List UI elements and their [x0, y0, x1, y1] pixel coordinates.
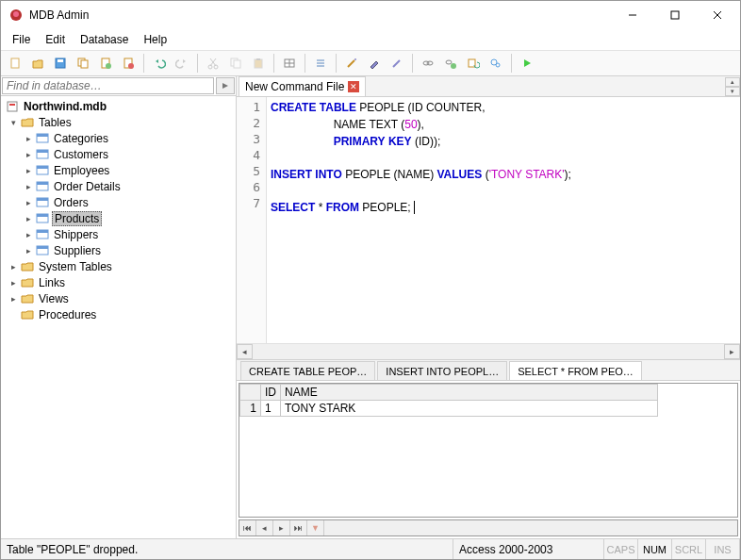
table-icon	[35, 243, 50, 258]
tree-views[interactable]: ▸Views	[1, 290, 236, 306]
search-input[interactable]	[2, 77, 214, 94]
expand-icon[interactable]: ▸	[7, 262, 20, 272]
tree-table-item[interactable]: ▸Categories	[1, 130, 236, 146]
tree-table-item[interactable]: ▸Products	[1, 210, 236, 226]
results-pane: CREATE TABLE PEOP… INSERT INTO PEOPL… SE…	[237, 359, 740, 538]
open-icon[interactable]	[27, 53, 48, 74]
tab-scroll[interactable]: ▴▾	[725, 77, 740, 96]
editor-tabbar: New Command File ✕ ▴▾	[237, 76, 740, 97]
tree-db-root[interactable]: Northwind.mdb	[1, 98, 236, 114]
wand-icon[interactable]	[341, 53, 362, 74]
table-icon	[35, 131, 50, 146]
redo-icon[interactable]	[172, 53, 192, 74]
svg-point-28	[354, 58, 356, 60]
expand-icon[interactable]: ▸	[22, 214, 35, 223]
run-icon[interactable]	[517, 53, 537, 74]
expand-icon[interactable]: ▸	[22, 198, 35, 207]
folder-icon	[20, 291, 35, 306]
code-area[interactable]: CREATE TABLE PEOPLE (ID COUNTER, NAME TE…	[267, 97, 740, 343]
col-id[interactable]: ID	[261, 385, 281, 401]
result-tab-insert[interactable]: INSERT INTO PEOPL…	[377, 361, 507, 380]
close-button[interactable]	[696, 2, 738, 28]
status-bar: Table "PEOPLE" dropped. Access 2000-2003…	[1, 538, 740, 559]
menu-help[interactable]: Help	[138, 31, 173, 48]
tree-table-item[interactable]: ▸Employees	[1, 162, 236, 178]
gears-icon[interactable]	[486, 53, 506, 74]
link-icon[interactable]	[418, 53, 438, 74]
svg-point-31	[427, 61, 433, 65]
svg-rect-42	[37, 150, 48, 153]
sql-editor[interactable]: 1234567 CREATE TABLE PEOPLE (ID COUNTER,…	[237, 97, 740, 343]
content-pane: New Command File ✕ ▴▾ 1234567 CREATE TAB…	[237, 76, 740, 538]
svg-rect-18	[234, 60, 240, 68]
undo-icon[interactable]	[149, 53, 170, 74]
link-add-icon[interactable]	[440, 53, 461, 74]
svg-point-36	[496, 63, 500, 67]
tree-table-item[interactable]: ▸Shippers	[1, 226, 236, 242]
nav-first-icon[interactable]: ⏮	[239, 520, 256, 535]
tree-table-item[interactable]: ▸Order Details	[1, 178, 236, 194]
brush-icon[interactable]	[364, 53, 385, 74]
nav-prev-icon[interactable]: ◂	[256, 520, 273, 535]
db-tree[interactable]: Northwind.mdb ▾Tables ▸Categories▸Custom…	[1, 96, 236, 538]
status-engine: Access 2000-2003	[453, 539, 604, 559]
nav-next-icon[interactable]: ▸	[273, 520, 290, 535]
tree-links[interactable]: ▸Links	[1, 274, 236, 290]
tree-table-item[interactable]: ▸Orders	[1, 194, 236, 210]
col-name[interactable]: NAME	[281, 385, 658, 401]
folder-icon	[20, 307, 35, 322]
menu-file[interactable]: File	[7, 31, 36, 48]
table-icon	[35, 195, 50, 210]
collapse-icon[interactable]: ▾	[7, 118, 20, 127]
refresh-icon[interactable]	[463, 53, 484, 74]
tree-tables-group[interactable]: ▾Tables	[1, 114, 236, 130]
save-icon[interactable]	[50, 53, 71, 74]
expand-icon[interactable]: ▸	[22, 150, 35, 159]
expand-icon[interactable]: ▸	[22, 166, 35, 175]
expand-icon[interactable]: ▸	[22, 230, 35, 239]
editor-hscrollbar[interactable]: ◂▸	[237, 343, 740, 359]
toolbar	[1, 50, 740, 76]
copy-icon[interactable]	[73, 53, 93, 74]
grid-icon[interactable]	[279, 53, 300, 74]
delete-doc-icon[interactable]	[118, 53, 139, 74]
svg-rect-10	[81, 60, 88, 68]
nav-filter-icon[interactable]: ▼	[307, 520, 324, 535]
table-row[interactable]: 11TONY STARK	[240, 401, 658, 417]
result-tab-create[interactable]: CREATE TABLE PEOP…	[240, 361, 375, 380]
svg-rect-37	[8, 102, 17, 111]
menu-database[interactable]: Database	[74, 31, 134, 48]
copy2-icon[interactable]	[225, 53, 246, 74]
search-go-button[interactable]	[216, 77, 235, 94]
wand2-icon[interactable]	[387, 53, 407, 74]
cut-icon[interactable]	[203, 53, 223, 74]
line-gutter: 1234567	[237, 97, 267, 343]
minimize-button[interactable]	[611, 2, 653, 28]
expand-icon[interactable]: ▸	[22, 246, 35, 255]
paste-icon[interactable]	[248, 53, 269, 74]
tree-system-tables[interactable]: ▸System Tables	[1, 258, 236, 274]
table-icon	[35, 227, 50, 242]
new-doc-icon[interactable]	[95, 53, 116, 74]
result-grid[interactable]: IDNAME 11TONY STARK	[239, 383, 738, 518]
expand-icon[interactable]: ▸	[22, 134, 35, 143]
list-icon[interactable]	[310, 53, 331, 74]
tree-table-item[interactable]: ▸Suppliers	[1, 242, 236, 258]
expand-icon[interactable]: ▸	[7, 294, 20, 304]
tab-title: New Command File	[245, 80, 344, 93]
expand-icon[interactable]: ▸	[7, 278, 20, 288]
expand-icon[interactable]: ▸	[22, 182, 35, 191]
nav-last-icon[interactable]: ⏭	[290, 520, 307, 535]
tree-table-item[interactable]: ▸Customers	[1, 146, 236, 162]
svg-point-12	[106, 63, 111, 69]
app-icon	[8, 8, 24, 23]
tree-procedures[interactable]: Procedures	[1, 306, 236, 322]
record-navigator[interactable]: ⏮ ◂ ▸ ⏭ ▼	[239, 519, 738, 536]
editor-tab[interactable]: New Command File ✕	[239, 76, 366, 96]
tab-close-icon[interactable]: ✕	[348, 81, 359, 92]
new-file-icon[interactable]	[5, 53, 25, 74]
maximize-button[interactable]	[653, 2, 696, 28]
menu-edit[interactable]: Edit	[40, 31, 71, 48]
svg-rect-54	[37, 246, 48, 249]
result-tab-select[interactable]: SELECT * FROM PEO…	[509, 361, 642, 380]
